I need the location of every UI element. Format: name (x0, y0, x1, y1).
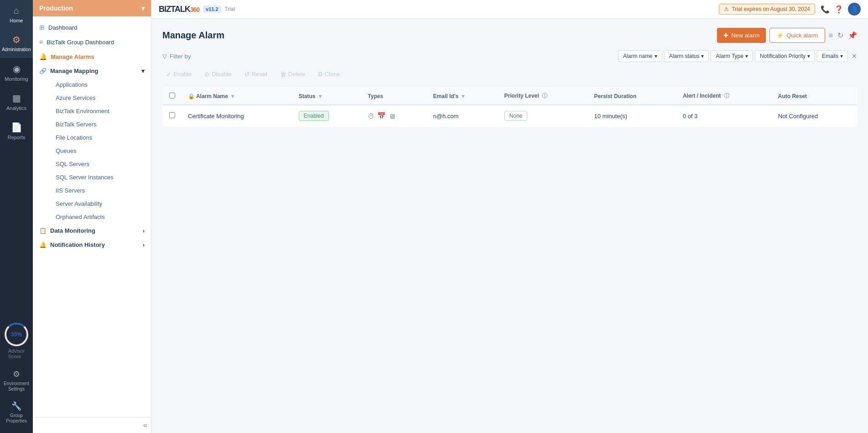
enable-btn[interactable]: ✓ Enable (162, 69, 195, 80)
nav-item-administration[interactable]: ⚙ Administration (0, 29, 33, 58)
close-filters-btn[interactable]: ✕ (852, 52, 857, 60)
filter-emails[interactable]: Emails ▾ (817, 50, 848, 62)
nav-item-monitoring[interactable]: ◉ Monitoring (0, 58, 33, 87)
submenu-iis-servers[interactable]: IIS Servers (39, 184, 151, 197)
delete-btn[interactable]: 🗑 Delete (276, 69, 309, 80)
filter-by-btn[interactable]: ▽ Filter by (162, 53, 191, 60)
list-view-icon[interactable]: ≡ (829, 31, 833, 40)
sidebar-item-manage-alarms[interactable]: 🔔 Manage Alarms (33, 49, 151, 64)
alarm-name-cell: Certificate Monitoring (182, 105, 292, 127)
submenu-biztalk-environment[interactable]: BizTalk Environment (39, 104, 151, 118)
status-badge: Enabled (299, 111, 329, 121)
clock-type-icon: ⏱ (368, 112, 374, 120)
nav-item-home[interactable]: ⌂ Home (0, 0, 33, 29)
disable-btn[interactable]: ⊘ Disable (201, 69, 235, 80)
disable-icon: ⊘ (204, 71, 210, 78)
status-col: Status ▾ (292, 88, 361, 105)
submenu-file-locations[interactable]: File Locations (39, 131, 151, 144)
table-body: Certificate Monitoring Enabled ⏱ 📅 🖥 n@h… (163, 105, 857, 127)
sidebar-main-items: ⊞ Dashboard ≡ BizTalk Group Dashboard 🔔 … (33, 16, 151, 256)
sidebar-collapse-btn[interactable]: « (143, 421, 147, 429)
sidebar-manage-mapping[interactable]: 🔗 Manage Mapping ▾ (33, 64, 151, 78)
manage-mapping-icon: 🔗 (39, 68, 47, 74)
sidebar-item-dashboard[interactable]: ⊞ Dashboard (33, 20, 151, 35)
alert-incident-col: Alert / Incident ⓘ (676, 88, 772, 105)
page-title: Manage Alarm (162, 30, 224, 41)
group-properties-nav[interactable]: 🔧 Group Properties (5, 396, 28, 428)
group-properties-icon: 🔧 (11, 401, 21, 411)
data-monitoring-expand-icon: › (143, 227, 145, 234)
page-header: Manage Alarm ✚ New alarm ⚡ Quick alarm ≡… (162, 28, 857, 43)
types-col: Types (361, 88, 426, 105)
biztalk-group-icon: ≡ (39, 38, 43, 46)
help-icon[interactable]: ❓ (834, 5, 843, 14)
submenu-orphaned-artifacts[interactable]: Orphaned Artifacts (39, 210, 151, 224)
calendar-type-icon: 📅 (377, 112, 386, 120)
user-avatar[interactable]: 👤 (848, 3, 861, 16)
alarm-name-sort[interactable]: ▾ (231, 93, 234, 99)
analytics-icon: ▦ (12, 93, 21, 104)
filter-alarm-name[interactable]: Alarm name ▾ (618, 50, 662, 62)
reports-icon: 📄 (11, 122, 22, 133)
lightning-icon: ⚡ (776, 32, 784, 39)
phone-icon[interactable]: 📞 (821, 5, 830, 14)
status-sort[interactable]: ▾ (319, 93, 322, 99)
alarm-name-chevron: ▾ (655, 53, 657, 59)
notification-history-expand-icon: › (143, 241, 145, 248)
status-cell: Enabled (292, 105, 361, 127)
lock-indicator: 🔒 (188, 93, 195, 99)
main-content: BIZTALK360 v11.2 Trial ⚠ Trial expires o… (151, 0, 868, 433)
select-all-checkbox[interactable] (169, 93, 175, 99)
manage-alarms-icon: 🔔 (39, 53, 47, 60)
filter-alarm-status[interactable]: Alarm status ▾ (664, 50, 709, 62)
header-icons: 📞 ❓ 👤 (821, 3, 861, 16)
email-ids-cell: n@h.com (427, 105, 498, 127)
sidebar-dropdown-icon[interactable]: ▾ (141, 5, 145, 12)
sidebar-notification-history[interactable]: 🔔 Notification History › (33, 238, 151, 252)
advisor-score: 35% Advisor Score (5, 317, 28, 365)
delete-icon: 🗑 (280, 71, 286, 78)
sidebar-item-biztalk-group[interactable]: ≡ BizTalk Group Dashboard (33, 35, 151, 49)
submenu-applications[interactable]: Applications (39, 78, 151, 91)
email-ids-sort[interactable]: ▾ (462, 93, 464, 99)
priority-col: Priority Level ⓘ (498, 88, 588, 105)
refresh-icon[interactable]: ↻ (837, 31, 843, 40)
nav-item-reports[interactable]: 📄 Reports (0, 116, 33, 146)
filter-notification-priority[interactable]: Notification Priority ▾ (755, 50, 815, 62)
pin-icon[interactable]: 📌 (848, 31, 857, 40)
submenu-queues[interactable]: Queues (39, 144, 151, 157)
sidebar-data-monitoring[interactable]: 📋 Data Monitoring › (33, 224, 151, 238)
clone-btn[interactable]: ⧉ Clone (314, 68, 343, 80)
plus-icon: ✚ (723, 32, 728, 39)
warning-icon: ⚠ (724, 6, 729, 12)
submenu-sql-servers[interactable]: SQL Servers (39, 157, 151, 171)
nav-item-analytics[interactable]: ▦ Analytics (0, 87, 33, 116)
environment-settings-icon: ⚙ (13, 369, 20, 379)
version-badge: v11.2 (203, 5, 221, 13)
submenu-sql-server-instances[interactable]: SQL Server Instances (39, 171, 151, 184)
page-actions: ✚ New alarm ⚡ Quick alarm ≡ ↻ 📌 (717, 28, 857, 43)
quick-alarm-button[interactable]: ⚡ Quick alarm (769, 28, 825, 43)
priority-badge: None (504, 111, 528, 121)
sidebar: Production ▾ ⊞ Dashboard ≡ BizTalk Group… (33, 0, 151, 433)
home-icon: ⌂ (14, 5, 19, 16)
environment-settings-nav[interactable]: ⚙ Environment Settings (5, 365, 28, 396)
alert-info-icon: ⓘ (724, 93, 729, 99)
monitor-type-icon: 🖥 (389, 112, 395, 120)
submenu-azure-services[interactable]: Azure Services (39, 91, 151, 104)
clone-icon: ⧉ (318, 70, 322, 78)
emails-chevron: ▾ (840, 53, 843, 59)
auto-reset-col: Auto Reset (772, 88, 857, 105)
trial-alert-banner: ⚠ Trial expires on August 30, 2024 (719, 4, 815, 15)
submenu-server-availability[interactable]: Server Availability (39, 197, 151, 210)
reset-btn[interactable]: ↺ Reset (241, 69, 271, 80)
manage-mapping-expand-icon: ▾ (141, 68, 145, 74)
enable-icon: ✓ (166, 71, 172, 78)
submenu-biztalk-servers[interactable]: BizTalk Servers (39, 118, 151, 131)
left-navigation: ⌂ Home ⚙ Administration ◉ Monitoring ▦ A… (0, 0, 33, 433)
new-alarm-button[interactable]: ✚ New alarm (717, 28, 766, 43)
row-checkbox[interactable] (169, 112, 175, 118)
table-row: Certificate Monitoring Enabled ⏱ 📅 🖥 n@h… (163, 105, 857, 127)
filter-alarm-type[interactable]: Alarm Type ▾ (711, 50, 753, 62)
persist-duration-cell: 10 minute(s) (588, 105, 676, 127)
